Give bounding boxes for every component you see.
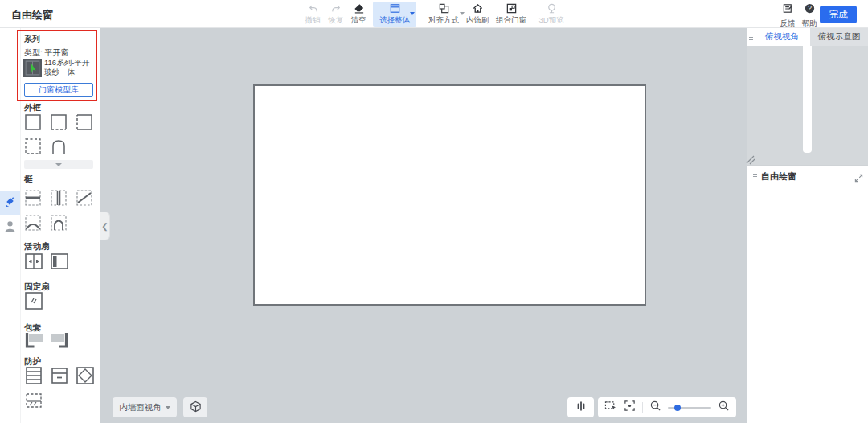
redo-button[interactable]: 恢复 [325, 2, 347, 27]
free-draw-panel-header: 自由绘窗 [747, 166, 868, 186]
divider [642, 402, 643, 413]
cube-icon [190, 400, 202, 414]
outer-frame-collapse-button[interactable] [24, 160, 93, 169]
combine-window-button[interactable]: 组合门窗 [493, 2, 529, 27]
undo-label: 撤销 [305, 15, 321, 26]
wall-view-caret-icon [166, 406, 170, 409]
help-icon: ? [804, 2, 816, 18]
window-outline-shape[interactable] [253, 84, 646, 306]
frame-dashed-icon[interactable] [24, 138, 42, 158]
feedback-label: 反馈 [780, 18, 796, 29]
user-icon[interactable] [3, 220, 17, 236]
align-icon [438, 2, 450, 14]
inner-brush-label: 内饰刷 [466, 15, 489, 26]
house-brush-icon [472, 2, 484, 14]
series-model-name: 116系列-平开玻纱一体 [44, 58, 96, 77]
fit-center-icon[interactable] [624, 400, 636, 415]
preview-3d-button[interactable]: 3D预览 [534, 2, 569, 27]
series-type-label: 类型: 平开窗 [24, 47, 69, 59]
redo-label: 恢复 [329, 15, 344, 26]
section-outer-frame-label: 外框 [24, 102, 41, 113]
clear-label: 清空 [351, 15, 366, 26]
zoom-out-icon[interactable] [649, 400, 661, 415]
mullion-arch-icon[interactable] [50, 214, 68, 235]
combine-icon [506, 2, 518, 14]
free-draw-panel-title: 自由绘窗 [761, 170, 796, 183]
select-frame-icon [389, 2, 401, 14]
top-view-tabs: 俯视视角 俯视示意图 [747, 28, 868, 46]
preview-3d-label: 3D预览 [538, 15, 563, 26]
feedback-icon [782, 2, 794, 18]
svg-text:?: ? [808, 4, 812, 12]
help-button[interactable]: ? 帮助 [799, 2, 820, 29]
combine-window-label: 组合门窗 [496, 15, 526, 26]
fixed-sash-icon[interactable] [24, 291, 43, 314]
view-cube-button[interactable] [183, 397, 207, 417]
sash-door-icon[interactable] [50, 252, 69, 274]
help-label: 帮助 [802, 18, 817, 29]
frame-rect-dashed-left-icon[interactable] [76, 113, 93, 134]
mullion-arc-icon[interactable] [24, 214, 42, 235]
casing-right-icon[interactable] [50, 331, 69, 352]
guard-rail-icon[interactable] [50, 366, 69, 388]
top-view-panel: 俯视视角 俯视示意图 [747, 28, 868, 165]
left-panel: 系列 类型: 平开窗 116系列-平开玻纱一体 门窗模型库 外框 梃 活动扇 固… [0, 28, 100, 423]
select-whole-caret-icon[interactable] [410, 12, 415, 15]
mullion-diagonal-icon[interactable] [76, 189, 93, 210]
select-whole-button[interactable]: 选择整体 [373, 2, 416, 27]
series-thumbnail[interactable] [23, 59, 42, 80]
align-button[interactable]: 对齐方式 [421, 2, 466, 27]
preview-3d-icon [546, 2, 558, 14]
zoom-slider[interactable] [668, 407, 711, 409]
zoom-in-icon[interactable] [718, 400, 730, 415]
section-mullion-label: 梃 [24, 174, 33, 185]
expand-panel-icon[interactable] [854, 171, 863, 186]
section-active-sash-label: 活动扇 [24, 241, 50, 253]
guard-hatch-icon[interactable] [24, 391, 43, 413]
align-label: 对齐方式 [428, 15, 459, 26]
inner-brush-button[interactable]: 内饰刷 [463, 2, 492, 27]
top-view-drag-handle-icon[interactable] [747, 28, 754, 46]
panel-collapse-handle[interactable]: ❮ [100, 212, 110, 240]
right-column: 俯视视角 俯视示意图 自由绘窗 [747, 28, 868, 423]
rail-divider [20, 28, 21, 423]
dimension-button[interactable] [567, 397, 594, 417]
zoom-controls-group [598, 397, 736, 417]
frame-rect-icon[interactable] [24, 113, 42, 134]
casing-left-icon[interactable] [24, 331, 43, 352]
select-whole-label: 选择整体 [379, 15, 410, 26]
clear-button[interactable]: 清空 [347, 2, 370, 27]
frame-rect-dashed-bottom-icon[interactable] [50, 113, 68, 134]
tab-top-schematic[interactable]: 俯视示意图 [810, 28, 868, 46]
top-view-wall-strip [803, 46, 812, 153]
finish-button[interactable]: 完成 [820, 6, 857, 23]
model-library-button[interactable]: 门窗模型库 [24, 83, 93, 97]
wall-view-dropdown[interactable]: 内墙面视角 [113, 397, 177, 417]
series-section-title: 系列 [24, 34, 40, 45]
top-header: 自由绘窗 撤销 恢复 清空 选择整体 对齐方式 内饰刷 组 [0, 0, 868, 28]
undo-icon [307, 2, 319, 14]
guard-diamond-icon[interactable] [76, 366, 95, 388]
app-window: 自由绘窗 撤销 恢复 清空 选择整体 对齐方式 内饰刷 组 [0, 0, 868, 423]
zoom-slider-handle[interactable] [674, 405, 681, 411]
feedback-button[interactable]: 反馈 [776, 2, 799, 29]
draw-window-tool-icon[interactable] [3, 195, 17, 212]
page-title: 自由绘窗 [11, 8, 53, 23]
sash-double-casement-icon[interactable] [24, 252, 43, 274]
guard-louver-icon[interactable] [24, 366, 43, 388]
tab-top-view[interactable]: 俯视视角 [754, 28, 810, 46]
marquee-select-icon[interactable] [604, 400, 617, 415]
free-draw-drag-handle-icon[interactable] [753, 174, 757, 179]
redo-icon [330, 2, 342, 14]
undo-button[interactable]: 撤销 [301, 2, 324, 27]
wall-view-label: 内墙面视角 [119, 402, 162, 413]
frame-arch-icon[interactable] [50, 138, 68, 158]
vertical-bars-icon [575, 400, 587, 415]
eraser-icon [353, 2, 365, 14]
mullion-horizontal-icon[interactable] [24, 189, 42, 210]
free-draw-panel: 自由绘窗 [747, 166, 868, 423]
mullion-vertical-icon[interactable] [50, 189, 68, 210]
